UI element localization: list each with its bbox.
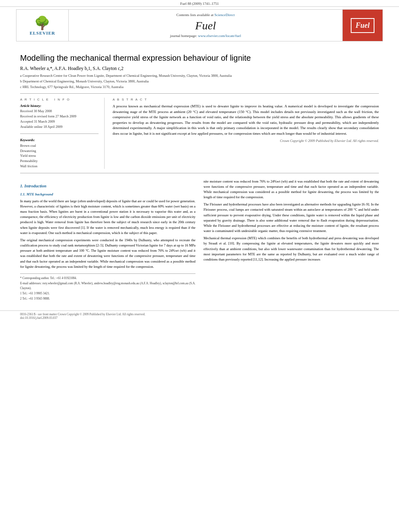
footnotes: * Corresponding author. Tel.: +61 4 0192… bbox=[20, 273, 195, 301]
keyword-4: Permeability bbox=[20, 158, 99, 164]
info-abstract-section: A R T I C L E I N F O Article history: R… bbox=[20, 98, 379, 168]
fuel-logo-section: Fuel bbox=[342, 10, 383, 41]
article-info-label: A R T I C L E I N F O bbox=[20, 98, 99, 101]
footnote-4: 2 Tel.: +61 3 9565 9888. bbox=[20, 296, 195, 301]
keywords-label: Keywords: bbox=[20, 138, 99, 142]
subsection1-title: 1.1. MTE background bbox=[20, 192, 195, 197]
affiliation-a: a Cooperative Research Centre for Clean … bbox=[20, 73, 379, 78]
keyword-1: Brown coal bbox=[20, 143, 99, 148]
elsevier-logo-section: 🌳 ELSEVIER bbox=[16, 10, 69, 41]
body-section: 1. Introduction 1.1. MTE background In m… bbox=[20, 179, 379, 302]
body-paragraph-r3: Mechanical thermal expression (MTE) whic… bbox=[204, 236, 379, 262]
body-paragraph-1: In many parts of the world there are lar… bbox=[20, 199, 195, 236]
footnote-2: E-mail addresses: rory.wheeler@gmail.com… bbox=[20, 281, 195, 290]
bottom-text-2: doi:10.1016/j.fuel.2009.03.037 bbox=[20, 316, 379, 320]
footnote-3: 1 Tel.: +61 3 9905 3421. bbox=[20, 291, 195, 296]
homepage-prefix: journal homepage: bbox=[170, 34, 198, 38]
received-date: Received 30 May 2008 bbox=[20, 109, 99, 114]
keyword-2: Dewatering bbox=[20, 148, 99, 154]
footnote-1: * Corresponding author. Tel.: +61 4 0192… bbox=[20, 276, 195, 280]
keyword-3: Yield stress bbox=[20, 153, 99, 158]
revised-date: Received in revised form 27 March 2009 bbox=[20, 114, 99, 119]
body-paragraph-r1: nite moisture content was reduced from 7… bbox=[204, 179, 379, 200]
journal-citation: Fuel 88 (2009) 1741–1751 bbox=[180, 2, 219, 6]
top-bar: Fuel 88 (2009) 1741–1751 bbox=[0, 0, 399, 7]
homepage-url[interactable]: www.elsevier.com/locate/fuel bbox=[198, 34, 241, 38]
journal-header: 🌳 ELSEVIER Contents lists available at S… bbox=[16, 9, 383, 41]
divider-1 bbox=[20, 93, 379, 94]
affiliation-c: c HRL Technology, 677 Springvale Rd., Mu… bbox=[20, 84, 379, 90]
abstract-column: A B S T R A C T A process known as mecha… bbox=[113, 98, 379, 168]
sciencedirect-prefix: Contents lists available at bbox=[177, 13, 214, 17]
keywords-list: Brown coal Dewatering Yield stress Perme… bbox=[20, 143, 99, 169]
fuel-logo-text: Fuel bbox=[356, 21, 370, 29]
keyword-5: Wall friction bbox=[20, 164, 99, 169]
sciencedirect-line: Contents lists available at ScienceDirec… bbox=[177, 13, 235, 17]
abstract-label: A B S T R A C T bbox=[113, 98, 379, 101]
divider-kw bbox=[20, 134, 99, 134]
section1-title: 1. Introduction bbox=[20, 183, 195, 189]
sciencedirect-link[interactable]: ScienceDirect bbox=[214, 13, 234, 17]
article-title: Modelling the mechanical thermal express… bbox=[20, 53, 379, 63]
body-paragraph-r2: The Fleissner and hydrothermal processes… bbox=[204, 202, 379, 234]
affiliation-b: b Department of Chemical Engineering, Mo… bbox=[20, 79, 379, 84]
bottom-bar: 0016-2361/$ - see front matter Crown Cop… bbox=[0, 310, 399, 321]
history-label: Article history: bbox=[20, 104, 99, 108]
body-paragraph-2: The original mechanical compression expe… bbox=[20, 238, 195, 269]
elsevier-logo: 🌳 ELSEVIER bbox=[30, 15, 56, 35]
journal-homepage: journal homepage: www.elsevier.com/locat… bbox=[170, 34, 241, 38]
authors-text: R.A. Wheeler a,*, A.F.A. Hoadley b,1, S.… bbox=[20, 66, 123, 71]
fuel-logo-box: Fuel bbox=[351, 18, 374, 33]
journal-info-center: Contents lists available at ScienceDirec… bbox=[69, 10, 342, 41]
elsevier-label: ELSEVIER bbox=[30, 31, 56, 35]
online-date: Available online 18 April 2009 bbox=[20, 125, 99, 129]
abstract-text: A process known as mechanical thermal ex… bbox=[113, 104, 379, 136]
body-column-left: 1. Introduction 1.1. MTE background In m… bbox=[20, 179, 195, 302]
divider-2 bbox=[20, 173, 379, 173]
abstract-copyright: Crown Copyright © 2009 Published by Else… bbox=[113, 139, 379, 143]
article-content: Modelling the mechanical thermal express… bbox=[0, 44, 399, 306]
accepted-date: Accepted 31 March 2009 bbox=[20, 119, 99, 124]
body-column-right: nite moisture content was reduced from 7… bbox=[204, 179, 379, 302]
article-info-column: A R T I C L E I N F O Article history: R… bbox=[20, 98, 105, 168]
elsevier-tree-icon: 🌳 bbox=[30, 15, 56, 31]
authors-line: R.A. Wheeler a,*, A.F.A. Hoadley b,1, S.… bbox=[20, 66, 379, 71]
bottom-text-1: 0016-2361/$ - see front matter Crown Cop… bbox=[20, 312, 379, 316]
affiliations: a Cooperative Research Centre for Clean … bbox=[20, 73, 379, 89]
journal-title: Fuel bbox=[195, 19, 216, 32]
